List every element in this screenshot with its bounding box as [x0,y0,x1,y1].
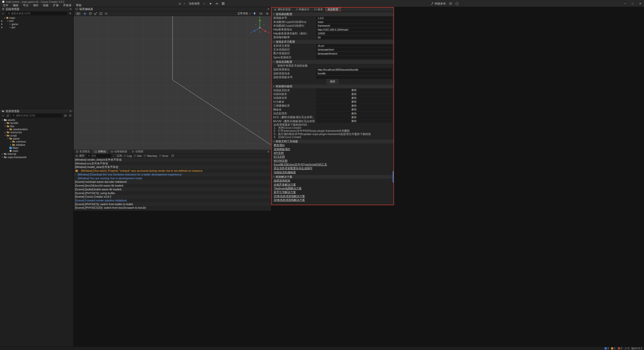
section-header[interactable]: ▾游戏资源配置 [272,60,393,64]
log-row[interactable]: [Scene] meshopt wasm decoder initialized [74,180,271,184]
scene-viewport[interactable]: YXZ [74,16,271,150]
doc-link[interactable]: 战棋游戏框架 [274,179,290,183]
play-button[interactable] [209,1,213,6]
property-input[interactable] [316,20,392,23]
refresh-icon[interactable] [68,114,72,117]
panel-menu-icon[interactable]: ≡ [70,110,71,113]
expand-arrow-icon[interactable]: ▸ [4,122,7,124]
tree-row-gui[interactable]: ▸gui [0,26,73,29]
collapse-arrow-icon[interactable]: ▾ [1,119,4,121]
assets-search[interactable] [11,114,62,117]
log-row[interactable]: ›[Window] You are running Vue in develop… [74,176,271,180]
mode-3d-button[interactable]: 3D [75,12,81,16]
rotate-tool-button[interactable] [88,12,93,16]
delete-button[interactable]: 删除 [316,104,392,107]
doc-link[interactable]: MVVM文档 [274,159,288,163]
tree-row-Main[interactable]: TSMain [0,146,73,149]
scale-tool-button[interactable] [93,12,98,16]
log-row[interactable]: [Window] render_texture文件夹不存在 [74,158,271,162]
console-search-input[interactable] [91,154,110,157]
tab-动画编辑器[interactable]: 动画编辑器 [108,150,130,154]
tab-属性检查器[interactable]: 属性检查器 [272,8,293,11]
log-row[interactable]: ›[Window] Download the Vue Devtools exte… [74,173,271,177]
log-row[interactable]: [Window] ecs文件夹不存在 [74,162,271,165]
hierarchy-search-input[interactable] [11,12,65,15]
filter-log[interactable]: Log [124,154,132,157]
assets-search-input[interactable] [16,114,61,117]
tab-动画图[interactable]: 动画图 [130,150,146,154]
doc-link[interactable]: 全栈开发解决方案 [274,183,296,187]
preview-device-button[interactable] [178,1,182,6]
scrollbar-thumb[interactable] [393,171,393,183]
save-button[interactable]: 保存 [327,79,339,84]
doc-link[interactable]: API文档 [274,151,284,155]
collapse-arrow-icon[interactable]: ▾ [7,137,9,140]
regex-checkbox[interactable]: 正则 [113,154,122,158]
expand-arrow-icon[interactable]: › [78,169,81,172]
expand-arrow-icon[interactable]: ▸ [9,141,12,143]
scene-selector[interactable]: 当前场景 ▾ [187,2,206,6]
delete-button[interactable]: 删除 [316,120,392,123]
log-row[interactable]: [Scene] [box2d]:box2d wasm lib loaded. [74,184,271,188]
log-row[interactable]: [Scene] [bullet]:bullet wasm lib loaded. [74,188,271,191]
section-header[interactable]: ▾游戏多语言配置 [272,40,393,44]
delete-button[interactable]: 删除 [316,97,392,100]
property-input[interactable] [316,72,392,75]
collapse-arrow-icon[interactable]: ▾ [4,134,7,137]
help-icon[interactable]: ? [455,2,459,5]
delete-button[interactable]: 删除 [316,89,392,92]
tree-row-libs[interactable]: ▾libs [0,125,73,128]
log-row[interactable]: [Window] model_view文件夹不存在 [74,165,271,169]
tree-row-main[interactable]: ▾main [0,16,73,19]
delete-button[interactable]: 删除 [316,100,392,103]
console-settings-icon[interactable] [171,154,174,157]
section-header[interactable]: ▾框架文档工具链接 [272,140,393,143]
tree-row-main[interactable]: main [0,149,73,152]
tree-row-resources[interactable]: ▸resources [0,131,73,134]
console-search[interactable] [86,154,111,157]
tree-row-game[interactable]: ▸game [0,23,73,26]
collapse-arrow-icon[interactable]: ▾ [4,125,7,127]
property-input[interactable] [316,28,392,31]
warning-count-badge[interactable]: ! 1 [611,347,616,350]
tree-row-game[interactable]: ▾game [0,137,73,140]
collapse-arrow-icon[interactable]: ▾ [6,20,9,22]
add-asset-button[interactable]: + [1,114,5,117]
expand-arrow-icon[interactable]: ▸ [4,131,7,134]
property-input[interactable] [316,36,392,39]
rect-tool-button[interactable] [99,12,103,16]
lock-icon[interactable] [0,26,3,28]
step-button[interactable] [215,1,219,6]
doc-link[interactable]: 动画状态机编辑器 [274,170,296,174]
doc-link[interactable]: Excel格式转Json文件与TypeScript代码工具 [274,163,327,166]
delete-button[interactable]: 删除 [316,93,392,96]
log-row[interactable]: [Scene] [PHYSICS]: using builtin. [74,191,271,195]
expand-arrow-icon[interactable]: ▸ [9,23,12,25]
tree-row-bundle[interactable]: ▸bundle [0,121,73,124]
filter-error[interactable]: Error [159,154,168,157]
tree-row-root[interactable]: ▾root [0,19,73,22]
minimize-button[interactable]: ─ [621,0,629,7]
camera-view-button[interactable] [259,12,263,16]
property-input[interactable] [316,17,392,20]
doc-link[interactable]: 教程项目 [274,143,285,147]
section-header[interactable]: ▾框架解决方案 [272,175,393,179]
view-gizmo[interactable]: YXZ [249,17,270,38]
doc-link[interactable]: 新手引导解决方案 [274,190,296,194]
remote-load-checkbox[interactable] [273,65,276,67]
doc-link[interactable]: 2D角色扮演游戏解决方案 [274,194,305,198]
panel-menu-icon[interactable]: ≡ [267,8,269,11]
section-header[interactable]: ▾框架模块裁剪 [272,84,393,88]
property-input[interactable] [316,32,392,35]
doc-link[interactable]: ECS文档 [274,155,285,159]
collapse-all-icon[interactable] [64,114,67,117]
doc-link[interactable]: 游戏模板项目 [274,147,290,151]
maximize-button[interactable]: □ [629,0,636,7]
hierarchy-search[interactable] [6,12,67,15]
expand-arrow-icon[interactable]: ▸ [9,26,12,28]
delete-button[interactable]: 删除 [316,116,392,119]
filter-info[interactable]: Info [134,154,142,157]
filter-warning[interactable]: Warning [144,154,157,157]
tab-服务[interactable]: 服务 [312,8,325,11]
tree-row-common[interactable]: ▸common [0,140,73,143]
